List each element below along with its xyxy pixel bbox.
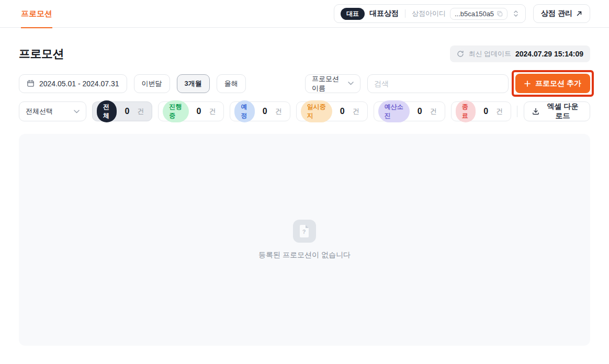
search-input[interactable] — [367, 74, 509, 93]
status-count: 0 — [483, 107, 488, 116]
manage-store-label: 상점 관리 — [541, 9, 572, 18]
status-count: 0 — [340, 107, 345, 116]
last-update-pill: 최신 업데이트 2024.07.29 15:14:09 — [450, 46, 590, 62]
status-card-scheduled[interactable]: 예정 0 건 — [230, 101, 290, 121]
last-update-label: 최신 업데이트 — [468, 49, 511, 59]
store-id-value: ...b5ca150a5 — [455, 10, 494, 18]
status-card-ended[interactable]: 종료 0 건 — [451, 101, 511, 121]
status-unit: 건 — [209, 107, 216, 116]
row2-right: 엑셀 다운로드 — [517, 101, 590, 121]
status-unit: 건 — [275, 107, 282, 116]
status-count: 0 — [197, 107, 201, 116]
status-card-running[interactable]: 진행중 0 건 — [158, 101, 224, 121]
status-count: 0 — [125, 107, 129, 116]
add-promotion-label: 프로모션 추가 — [535, 79, 581, 88]
page-title: 프로모션 — [19, 46, 64, 62]
divider — [405, 9, 405, 18]
search-type-value: 프로모션 이름 — [312, 74, 343, 93]
empty-message: 등록된 프로모션이 없습니다 — [258, 251, 351, 260]
external-link-icon — [576, 10, 582, 17]
excel-download-label: 엑셀 다운로드 — [544, 102, 582, 121]
status-pill: 예정 — [234, 100, 254, 122]
chevron-down-icon — [74, 110, 80, 113]
calendar-icon — [27, 79, 35, 87]
plus-icon — [524, 81, 531, 87]
document-question-icon: ? — [293, 220, 316, 243]
filter-row-search: 2024.05.01 - 2024.07.31 이번달 3개월 올해 프로모션 … — [19, 74, 590, 93]
date-range-value: 2024.05.01 - 2024.07.31 — [39, 79, 119, 88]
main-content: 프로모션 최신 업데이트 2024.07.29 15:14:09 2024.05… — [0, 46, 609, 346]
status-unit: 건 — [353, 107, 359, 116]
status-card-paused[interactable]: 일시중지 0 건 — [296, 101, 368, 121]
svg-text:?: ? — [302, 229, 306, 235]
add-promotion-button[interactable]: 프로모션 추가 — [515, 74, 590, 93]
status-unit: 건 — [496, 107, 503, 116]
chevron-down-icon — [348, 82, 354, 85]
status-count: 0 — [263, 107, 267, 116]
refresh-icon[interactable] — [457, 50, 464, 58]
excel-download-button[interactable]: 엑셀 다운로드 — [524, 101, 590, 121]
period-button-3-months[interactable]: 3개월 — [177, 74, 210, 93]
select-all-dropdown[interactable]: 전체선택 — [19, 101, 86, 121]
header-right: 대표 대표상점 상점아이디 ...b5ca150a5 상점 관리 — [334, 4, 590, 23]
divider — [517, 106, 517, 117]
search-type-select[interactable]: 프로모션 이름 — [305, 74, 360, 93]
period-button-this-month[interactable]: 이번달 — [134, 74, 170, 93]
store-name: 대표상점 — [369, 9, 399, 18]
status-card-budget-exhausted[interactable]: 예산소진 0 건 — [374, 101, 445, 121]
add-promotion-wrap: 프로모션 추가 — [515, 74, 590, 93]
status-count: 0 — [418, 107, 422, 116]
status-pill: 예산소진 — [378, 100, 410, 122]
period-button-this-year[interactable]: 올해 — [217, 74, 246, 93]
status-pill: 종료 — [456, 100, 476, 122]
status-card-all[interactable]: 전체 0 건 — [92, 101, 152, 121]
copy-icon[interactable] — [497, 11, 503, 17]
status-unit: 건 — [137, 107, 144, 116]
manage-store-button[interactable]: 상점 관리 — [533, 4, 590, 23]
date-range-picker[interactable]: 2024.05.01 - 2024.07.31 — [19, 74, 127, 93]
store-badge: 대표 — [341, 8, 365, 20]
store-selector[interactable]: 대표 대표상점 상점아이디 ...b5ca150a5 — [334, 4, 526, 23]
last-update-value: 2024.07.29 15:14:09 — [515, 50, 583, 58]
chevron-updown-icon[interactable] — [513, 9, 519, 18]
promotion-list-empty-panel: ? 등록된 프로모션이 없습니다 — [19, 134, 590, 346]
status-filter-row: 전체선택 전체 0 건 진행중 0 건 예정 0 건 일시중지 0 건 — [19, 101, 590, 121]
title-row: 프로모션 최신 업데이트 2024.07.29 15:14:09 — [19, 46, 590, 62]
store-id-label: 상점아이디 — [412, 9, 446, 18]
status-pill: 일시중지 — [301, 100, 332, 122]
status-unit: 건 — [430, 107, 437, 116]
nav-tab-promotion[interactable]: 프로모션 — [21, 0, 52, 28]
download-icon — [532, 108, 539, 115]
select-all-value: 전체선택 — [26, 107, 53, 116]
nav-tab-label: 프로모션 — [21, 9, 52, 19]
top-bar: 프로모션 대표 대표상점 상점아이디 ...b5ca150a5 — [0, 0, 609, 28]
store-id-pill[interactable]: ...b5ca150a5 — [450, 8, 508, 20]
status-pill: 전체 — [97, 100, 117, 122]
status-pill: 진행중 — [163, 100, 188, 122]
